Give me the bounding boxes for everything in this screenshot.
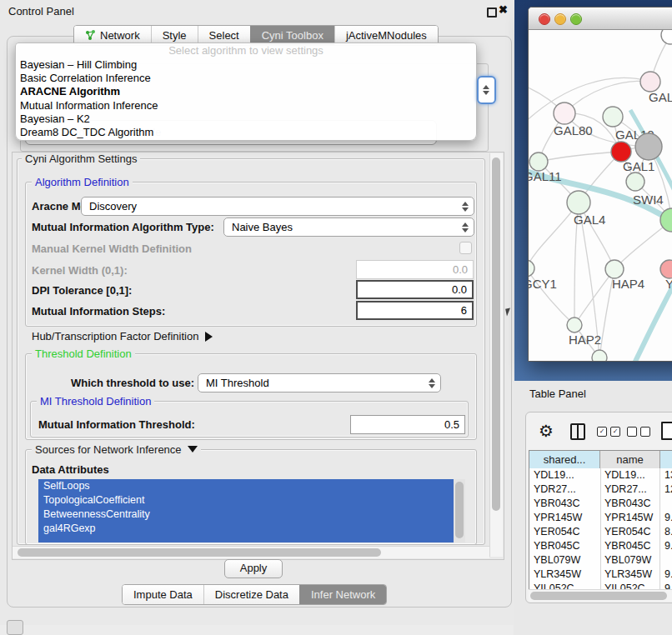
table-cell[interactable]: YDL19... xyxy=(529,468,601,482)
network-edge[interactable] xyxy=(574,269,614,325)
table-cell[interactable]: YBR043C xyxy=(529,497,601,511)
table-cell[interactable]: YLR345W xyxy=(529,568,601,582)
attribute-item[interactable]: SelfLoops xyxy=(38,479,454,493)
table-row[interactable]: YDR27...YDR27...12 xyxy=(529,482,672,497)
network-node[interactable] xyxy=(660,260,672,278)
table-cell[interactable]: 12 xyxy=(660,482,672,497)
table-row[interactable]: YBR045CYBR045C9. xyxy=(529,539,672,553)
table-cell[interactable]: YLR345W xyxy=(600,568,660,582)
network-node[interactable] xyxy=(567,191,590,214)
table-cell[interactable]: 9. xyxy=(660,539,672,553)
network-node[interactable] xyxy=(640,72,660,92)
mi-threshold-field[interactable]: 0.5 xyxy=(350,415,465,434)
attribute-item[interactable]: gal4RGexp xyxy=(38,522,454,536)
table-cell[interactable]: YBR045C xyxy=(529,539,601,553)
table-cell[interactable]: YBR043C xyxy=(600,497,660,511)
table-cell[interactable]: YIL052C xyxy=(600,582,660,589)
table-row[interactable]: YDL19...YDL19...13 xyxy=(529,468,672,482)
network-node[interactable] xyxy=(529,152,548,171)
network-window-titlebar[interactable] xyxy=(529,8,672,30)
table-row[interactable]: YER054CYER054C8. xyxy=(529,525,672,539)
aracne-mode-combo[interactable]: Discovery xyxy=(81,197,474,216)
table-row[interactable]: YBR043CYBR043C xyxy=(529,497,672,511)
float-window-icon[interactable] xyxy=(487,8,497,18)
table-cell[interactable]: YIL052C xyxy=(529,582,601,589)
network-node[interactable] xyxy=(626,172,644,191)
export-table-icon[interactable] xyxy=(661,422,672,440)
data-attributes-list[interactable]: SelfLoopsTopologicalCoefficientBetweenne… xyxy=(38,479,454,542)
network-node[interactable] xyxy=(603,107,623,127)
attributes-scrollbar-thumb[interactable] xyxy=(455,482,464,538)
gear-icon[interactable]: ⚙ xyxy=(539,421,554,441)
table-cell[interactable]: YER054C xyxy=(529,525,601,539)
table-cell[interactable]: YER054C xyxy=(600,525,660,539)
network-canvas[interactable]: GALGAL80GAL10GAL1SWI4GAL11GAL4GCY1HAP4YH… xyxy=(529,30,672,361)
network-node[interactable] xyxy=(661,30,672,44)
table-cell[interactable]: 9. xyxy=(660,568,672,582)
table-cell[interactable]: 9. xyxy=(660,511,672,525)
tab-impute-data[interactable]: Impute Data xyxy=(123,585,203,604)
table-cell[interactable]: YBR045C xyxy=(600,539,660,553)
settings-hscroll-thumb[interactable] xyxy=(18,548,381,557)
table-cell[interactable] xyxy=(660,553,672,568)
zoom-traffic-light[interactable] xyxy=(570,13,582,25)
table-cell[interactable]: 9 xyxy=(660,582,672,589)
network-node[interactable] xyxy=(554,102,575,124)
network-node[interactable] xyxy=(635,133,662,160)
settings-horizontal-scrollbar[interactable] xyxy=(13,546,489,558)
table-cell[interactable]: YDL19... xyxy=(600,468,660,482)
network-node[interactable] xyxy=(567,318,582,332)
columns-icon[interactable] xyxy=(570,423,585,440)
table-cell[interactable]: YDR27... xyxy=(600,482,660,497)
kernel-width-field[interactable]: 0.0 xyxy=(356,260,474,279)
algorithm-combo-stepper[interactable] xyxy=(477,76,496,104)
algorithm-option[interactable]: Bayesian – Hill Climbing xyxy=(16,58,476,72)
network-edge[interactable] xyxy=(539,152,621,162)
attribute-item[interactable]: BetweennessCentrality xyxy=(38,508,454,522)
network-node[interactable] xyxy=(592,350,607,361)
algorithm-option[interactable]: ARACNE Algorithm xyxy=(16,85,476,98)
table-body[interactable]: YDL19...YDL19...13YDR27...YDR27...12YBR0… xyxy=(529,468,672,589)
select-all-columns-icon[interactable]: ✓✓ xyxy=(597,427,620,437)
settings-vscroll-thumb[interactable] xyxy=(492,158,500,511)
manual-kernel-checkbox[interactable] xyxy=(459,242,472,254)
table-row[interactable]: YIL052CYIL052C9 xyxy=(529,582,672,589)
network-node[interactable] xyxy=(605,260,624,278)
algorithm-option[interactable]: Dream8 DC_TDC Algorithm xyxy=(16,126,476,139)
table-cell[interactable]: 13 xyxy=(660,468,672,482)
which-threshold-combo[interactable]: MI Threshold xyxy=(198,373,441,392)
settings-vertical-scrollbar[interactable] xyxy=(489,153,503,557)
attribute-item[interactable]: TopologicalCoefficient xyxy=(38,493,454,508)
minimize-traffic-light[interactable] xyxy=(554,13,566,25)
network-edge[interactable] xyxy=(529,78,650,128)
dpi-tolerance-field[interactable]: 0.0 xyxy=(356,280,474,299)
close-traffic-light[interactable] xyxy=(539,13,550,25)
table-cell[interactable]: YPR145W xyxy=(600,511,660,525)
tab-infer-network[interactable]: Infer Network xyxy=(299,585,386,604)
sources-group-title[interactable]: Sources for Network Inference xyxy=(32,443,201,456)
apply-button[interactable]: Apply xyxy=(224,559,283,578)
network-view-window[interactable]: GALGAL80GAL10GAL1SWI4GAL11GAL4GCY1HAP4YH… xyxy=(528,7,672,362)
attributes-scrollbar[interactable] xyxy=(454,479,465,542)
deselect-all-columns-icon[interactable] xyxy=(627,427,650,437)
table-cell[interactable] xyxy=(660,497,672,511)
algorithm-option[interactable]: Mutual Information Inference xyxy=(16,99,476,112)
table-cell[interactable]: YDR27... xyxy=(529,482,601,497)
table-cell[interactable]: YPR145W xyxy=(529,511,601,525)
algorithm-option[interactable]: Basic Correlation Inference xyxy=(16,72,476,85)
table-hscroll-thumb[interactable] xyxy=(530,592,667,600)
network-node[interactable] xyxy=(529,260,534,277)
tab-discretize-data[interactable]: Discretize Data xyxy=(203,585,299,604)
column-header-name[interactable]: name xyxy=(600,451,660,468)
table-horizontal-scrollbar[interactable] xyxy=(529,589,672,601)
network-edge[interactable] xyxy=(529,202,579,268)
hub-section-header[interactable]: Hub/Transcription Factor Definition xyxy=(32,330,213,342)
table-cell[interactable]: YBL079W xyxy=(600,553,660,568)
table-cell[interactable]: YBL079W xyxy=(529,553,601,568)
table-row[interactable]: YBL079WYBL079W xyxy=(529,553,672,568)
table-cell[interactable]: 8. xyxy=(660,525,672,539)
table-row[interactable]: YPR145WYPR145W9. xyxy=(529,511,672,525)
column-header-clipped[interactable]: A xyxy=(660,451,672,468)
algorithm-option[interactable]: Bayesian – K2 xyxy=(16,112,476,126)
column-header-shared[interactable]: shared... xyxy=(529,451,600,468)
